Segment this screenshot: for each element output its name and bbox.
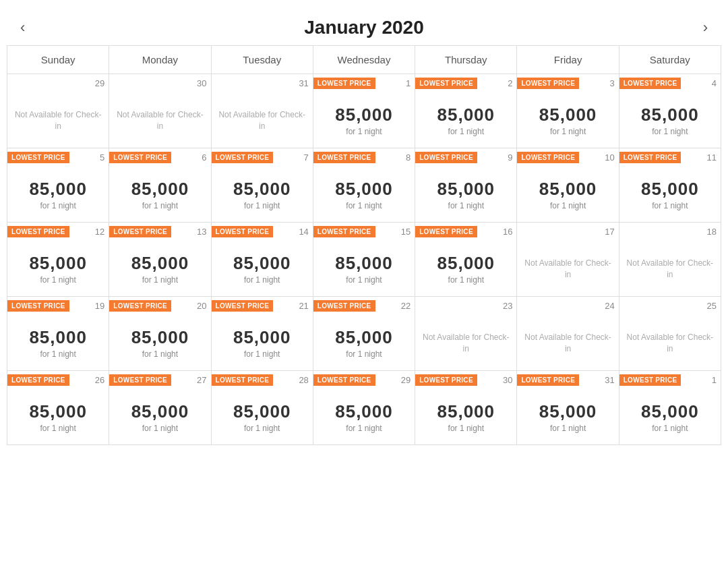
cell-date: 21 [273,301,313,311]
lowest-price-badge: LOWEST PRICE [109,152,171,163]
cell-content: 85,000for 1 night [7,388,109,442]
calendar-cell[interactable]: 23Not Available for Check-in [415,297,517,371]
cell-date: 29 [7,78,109,88]
next-month-button[interactable]: › [696,16,715,40]
calendar-cell[interactable]: LOWEST PRICE1685,000for 1 night [415,223,517,297]
lowest-price-badge: LOWEST PRICE [313,300,375,312]
cell-content: Not Available for Check-in [619,240,721,294]
calendar-cell[interactable]: 30Not Available for Check-in [109,74,211,148]
calendar-cell[interactable]: LOWEST PRICE2085,000for 1 night [109,297,211,371]
price-sub: for 1 night [142,349,178,359]
price-sub: for 1 night [142,275,178,285]
cell-content: 85,000for 1 night [619,92,721,146]
cell-content: 85,000for 1 night [313,166,415,220]
calendar-cell[interactable]: LOWEST PRICE885,000for 1 night [313,148,415,223]
calendar-cell[interactable]: LOWEST PRICE285,000for 1 night [415,74,517,148]
cell-date: 27 [171,375,211,385]
cell-content: 85,000for 1 night [415,166,516,220]
calendar-cell[interactable]: LOWEST PRICE1585,000for 1 night [313,223,415,297]
calendar-cell[interactable]: 29Not Available for Check-in [7,74,109,148]
cell-content: 85,000for 1 night [109,166,210,220]
calendar-cell[interactable]: LOWEST PRICE685,000for 1 night [109,148,211,223]
price-sub: for 1 night [40,349,75,359]
cell-content: 85,000for 1 night [517,166,618,220]
calendar-cell[interactable]: LOWEST PRICE785,000for 1 night [212,148,313,223]
cell-content: Not Available for Check-in [619,314,721,368]
cell-date: 11 [681,152,721,163]
calendar-cell[interactable]: LOWEST PRICE2685,000for 1 night [7,371,109,445]
price-main: 85,000 [539,179,597,200]
price-sub: for 1 night [550,424,586,433]
cell-date: 30 [477,375,517,385]
cell-top: LOWEST PRICE13 [109,223,210,240]
calendar-cell[interactable]: LOWEST PRICE1485,000for 1 night [212,223,313,297]
cell-content: 85,000for 1 night [109,240,210,294]
cell-top: 29 [7,74,109,92]
lowest-price-badge: LOWEST PRICE [517,374,579,386]
cell-date: 22 [375,301,415,311]
cell-top: 30 [109,74,210,92]
calendar-cell[interactable]: 24Not Available for Check-in [517,297,619,371]
cell-content: 85,000for 1 night [619,166,721,220]
calendar-cell[interactable]: 18Not Available for Check-in [619,223,721,297]
calendar-cell[interactable]: LOWEST PRICE585,000for 1 night [7,148,109,223]
not-available-text: Not Available for Check-in [113,109,207,132]
lowest-price-badge: LOWEST PRICE [619,374,681,386]
calendar-cell[interactable]: 17Not Available for Check-in [517,223,619,297]
calendar-cell[interactable]: LOWEST PRICE2185,000for 1 night [212,297,313,371]
calendar-cell[interactable]: LOWEST PRICE485,000for 1 night [619,74,721,148]
cell-content: 85,000for 1 night [7,166,109,220]
prev-month-button[interactable]: ‹ [13,16,32,40]
cell-date: 10 [579,152,619,163]
lowest-price-badge: LOWEST PRICE [517,152,579,163]
calendar-cell[interactable]: LOWEST PRICE3085,000for 1 night [415,371,517,445]
cell-date: 23 [415,301,516,311]
calendar-cell[interactable]: 25Not Available for Check-in [619,297,721,371]
day-headers: SundayMondayTuesdayWednesdayThursdayFrid… [7,45,721,74]
price-main: 85,000 [335,105,393,125]
price-main: 85,000 [233,327,291,348]
cell-top: LOWEST PRICE8 [313,148,415,166]
calendar-cell[interactable]: LOWEST PRICE985,000for 1 night [415,148,517,223]
cell-top: LOWEST PRICE21 [212,297,313,314]
price-main: 85,000 [29,401,87,422]
cell-date: 6 [171,152,211,163]
price-sub: for 1 night [448,424,484,433]
calendar-cell[interactable]: LOWEST PRICE2285,000for 1 night [313,297,415,371]
price-main: 85,000 [29,327,87,348]
calendar-cell[interactable]: LOWEST PRICE1085,000for 1 night [517,148,619,223]
cell-top: LOWEST PRICE12 [7,223,109,240]
calendar-cell[interactable]: LOWEST PRICE1985,000for 1 night [7,297,109,371]
calendar-cell[interactable]: LOWEST PRICE1285,000for 1 night [7,223,109,297]
lowest-price-badge: LOWEST PRICE [212,374,274,386]
lowest-price-badge: LOWEST PRICE [415,152,477,163]
day-header-monday: Monday [109,46,211,74]
cell-date: 18 [619,227,721,237]
calendar-cell[interactable]: LOWEST PRICE385,000for 1 night [517,74,619,148]
calendar-wrapper: ‹ January 2020 › SundayMondayTuesdayWedn… [0,0,728,452]
cell-date: 5 [69,152,109,163]
lowest-price-badge: LOWEST PRICE [313,374,375,386]
calendar-cell[interactable]: LOWEST PRICE1185,000for 1 night [619,148,721,223]
calendar-cell[interactable]: LOWEST PRICE185,000for 1 night [619,371,721,445]
price-sub: for 1 night [652,127,688,136]
cell-date: 20 [171,301,211,311]
calendar-cell[interactable]: LOWEST PRICE2885,000for 1 night [212,371,313,445]
price-main: 85,000 [641,105,699,125]
calendar-cell[interactable]: LOWEST PRICE2785,000for 1 night [109,371,211,445]
day-header-tuesday: Tuesday [212,46,313,74]
calendar-cell[interactable]: LOWEST PRICE2985,000for 1 night [313,371,415,445]
day-header-saturday: Saturday [619,46,721,74]
cell-top: LOWEST PRICE15 [313,223,415,240]
cell-top: LOWEST PRICE7 [212,148,313,166]
calendar-cell[interactable]: LOWEST PRICE1385,000for 1 night [109,223,211,297]
cell-content: 85,000for 1 night [313,314,415,368]
calendar-cell[interactable]: LOWEST PRICE3185,000for 1 night [517,371,619,445]
price-sub: for 1 night [40,275,75,285]
calendar-cell[interactable]: LOWEST PRICE185,000for 1 night [313,74,415,148]
cell-content: 85,000for 1 night [212,166,313,220]
price-sub: for 1 night [346,275,382,285]
calendar-cell[interactable]: 31Not Available for Check-in [212,74,313,148]
cell-top: 31 [212,74,313,92]
cell-content: 85,000for 1 night [109,314,210,368]
